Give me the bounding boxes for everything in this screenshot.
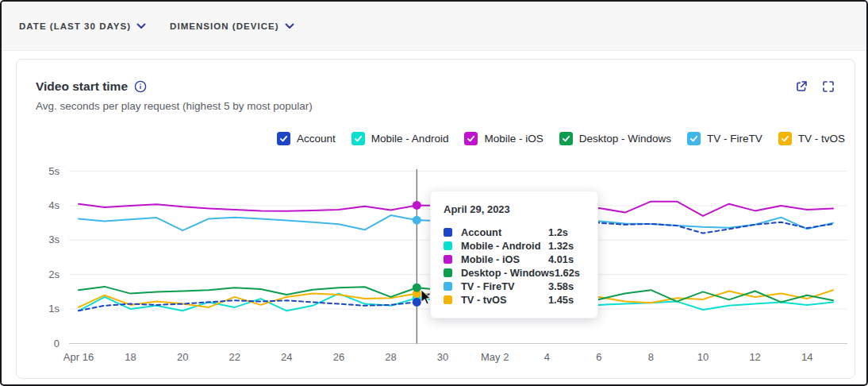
legend-item-label: Mobile - Android <box>371 133 449 145</box>
legend-item-tv-tvos[interactable]: TV - tvOS <box>778 132 845 145</box>
y-axis-label: 5s <box>48 165 60 178</box>
legend-item-mobile-ios[interactable]: Mobile - iOS <box>464 132 543 145</box>
x-axis-label: 28 <box>385 351 396 363</box>
legend-item-account[interactable]: Account <box>277 132 336 145</box>
mouse-cursor <box>421 290 432 306</box>
x-axis-label: 4 <box>544 351 550 363</box>
tooltip-series-name: TV - FireTV <box>461 280 548 292</box>
x-axis-label: 18 <box>125 351 136 363</box>
legend-item-label: Desktop - Windows <box>579 133 671 145</box>
tooltip-series-value: 4.01s <box>548 253 585 265</box>
x-axis-label: Apr 16 <box>63 351 94 363</box>
y-axis-label: 1s <box>48 303 60 315</box>
tooltip-series-value: 1.2s <box>548 226 585 238</box>
chevron-down-icon <box>136 23 146 29</box>
info-icon[interactable] <box>134 80 147 93</box>
x-axis-label: May 2 <box>481 351 509 363</box>
tooltip-series-name: Account <box>461 226 548 238</box>
x-axis-label: 8 <box>648 351 654 363</box>
chart-subtitle: Avg. seconds per play request (highest 5… <box>36 100 835 112</box>
checkbox-checked-icon[interactable] <box>778 132 792 145</box>
x-axis: Apr 1618202224262830May 2468101214 <box>2 351 866 367</box>
tooltip-series-name: Mobile - iOS <box>461 253 548 265</box>
tooltip-row: Mobile - iOS 4.01s <box>444 253 585 264</box>
checkbox-checked-icon[interactable] <box>687 132 701 145</box>
chart-legend: Account Mobile - Android Mobile - iOS De… <box>277 132 845 145</box>
tooltip-series-value: 3.58s <box>548 280 585 292</box>
checkbox-checked-icon[interactable] <box>277 132 290 145</box>
card-header: Video start time Avg. seconds per play r… <box>17 60 855 112</box>
series-swatch <box>444 282 452 291</box>
legend-item-label: TV - tvOS <box>798 133 845 145</box>
legend-item-label: Mobile - iOS <box>484 133 543 145</box>
tooltip-date: April 29, 2023 <box>444 203 585 215</box>
chevron-down-icon <box>285 23 294 29</box>
x-axis-label: 20 <box>177 351 188 363</box>
y-axis: 5s4s3s2s1s0 <box>33 2 60 384</box>
tooltip-series-name: Desktop - Windows <box>461 267 555 279</box>
tooltip-row: Mobile - Android 1.32s <box>444 240 585 251</box>
tooltip-series-value: 1.45s <box>548 294 585 306</box>
series-swatch <box>444 241 452 250</box>
legend-item-label: TV - FireTV <box>707 133 762 145</box>
x-axis-label: 22 <box>229 351 240 363</box>
y-axis-label: 4s <box>48 199 60 212</box>
checkbox-checked-icon[interactable] <box>351 132 365 145</box>
series-swatch <box>444 268 452 277</box>
legend-item-tv-firetv[interactable]: TV - FireTV <box>687 132 762 145</box>
legend-item-label: Account <box>297 133 336 145</box>
legend-item-mobile-android[interactable]: Mobile - Android <box>351 132 449 145</box>
app-window: DATE (LAST 30 DAYS) DIMENSION (DEVICE) V… <box>0 0 868 386</box>
tooltip-series-value: 1.62s <box>555 267 585 279</box>
y-axis-label: 3s <box>48 234 60 246</box>
checkbox-checked-icon[interactable] <box>464 132 478 145</box>
legend-item-desktop-windows[interactable]: Desktop - Windows <box>559 132 671 145</box>
chart-tooltip: April 29, 2023 Account 1.2s Mobile - And… <box>430 191 598 318</box>
tooltip-row: Account 1.2s <box>444 226 585 237</box>
tooltip-row: TV - FireTV 3.58s <box>444 280 585 291</box>
x-axis-label: 12 <box>749 351 760 363</box>
series-swatch <box>444 295 452 304</box>
x-axis-label: 24 <box>281 351 292 363</box>
export-icon[interactable] <box>794 79 808 94</box>
x-axis-label: 14 <box>801 351 812 363</box>
tooltip-series-name: Mobile - Android <box>461 240 548 252</box>
fullscreen-icon[interactable] <box>821 79 835 94</box>
series-swatch <box>444 228 452 237</box>
x-axis-label: 26 <box>333 351 344 363</box>
x-axis-label: 6 <box>596 351 601 363</box>
tooltip-series-name: TV - tvOS <box>461 294 548 306</box>
filter-bar: DATE (LAST 30 DAYS) DIMENSION (DEVICE) <box>2 2 866 51</box>
series-swatch <box>444 255 452 264</box>
dimension-filter-dropdown[interactable]: DIMENSION (DEVICE) <box>170 21 294 31</box>
x-axis-label: 30 <box>437 351 448 363</box>
tooltip-row: TV - tvOS 1.45s <box>444 294 585 305</box>
tooltip-series-value: 1.32s <box>548 240 585 252</box>
y-axis-label: 0 <box>54 338 60 350</box>
y-axis-label: 2s <box>48 268 60 281</box>
checkbox-checked-icon[interactable] <box>559 132 573 145</box>
dimension-filter-label: DIMENSION (DEVICE) <box>170 21 278 31</box>
x-axis-label: 10 <box>697 351 709 363</box>
tooltip-row: Desktop - Windows 1.62s <box>444 267 585 278</box>
